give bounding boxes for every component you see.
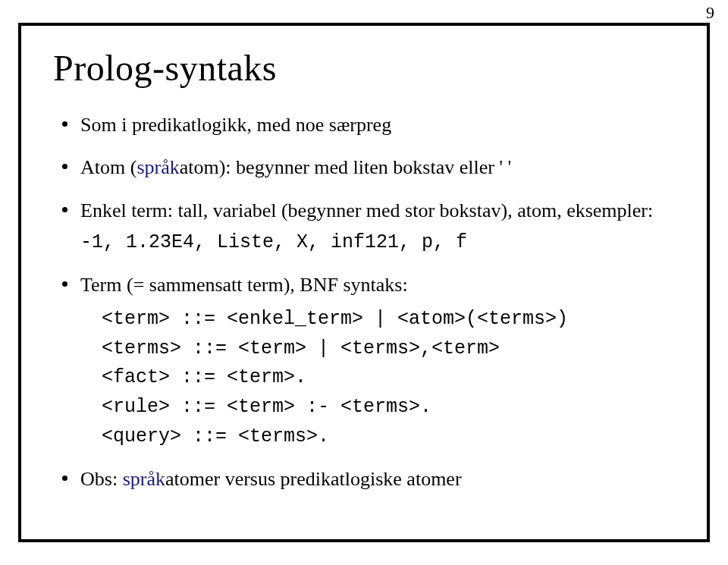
bnf-line: <query> ::= <terms>. xyxy=(102,422,675,452)
bullet-item: Som i predikatlogikk, med noe særpreg xyxy=(59,110,675,140)
slide-title: Prolog-syntaks xyxy=(53,47,675,89)
bnf-block: <term> ::= <enkel_term> | <atom>(<terms>… xyxy=(102,305,675,452)
bullet-item: Atom (språkatom): begynner med liten bok… xyxy=(59,152,675,183)
bullet-text: Som i predikatlogikk, med noe særpreg xyxy=(80,114,391,136)
accent-text: språk xyxy=(123,468,165,490)
accent-text: språk xyxy=(136,156,179,178)
bullet-item: Obs: språkatomer versus predikatlogiske … xyxy=(59,464,675,494)
bnf-line: <term> ::= <enkel_term> | <atom>(<terms>… xyxy=(102,305,675,334)
bullet-item: Term (= sammensatt term), BNF syntaks: <… xyxy=(59,270,675,452)
bullet-text: Term (= sammensatt term), BNF syntaks: xyxy=(80,274,408,296)
slide-frame: Prolog-syntaks Som i predikatlogikk, med… xyxy=(18,23,710,542)
bnf-line: <rule> ::= <term> :- <terms>. xyxy=(102,393,675,422)
bullet-item: Enkel term: tall, variabel (begynner med… xyxy=(59,196,675,258)
bnf-line: <terms> ::= <term> | <terms>,<term> xyxy=(102,334,675,364)
bullet-text: atomer versus predikatlogiske atomer xyxy=(165,468,462,490)
code-text: -1, 1.23E4, Liste, X, inf121, p, f xyxy=(80,231,467,253)
bullet-text: Obs: xyxy=(80,468,123,490)
slide-page: 9 Prolog-syntaks Som i predikatlogikk, m… xyxy=(0,0,728,565)
page-number: 9 xyxy=(706,3,714,23)
bullet-text: Enkel term: tall, variabel (begynner med… xyxy=(80,199,653,221)
bullet-text: atom): begynner med liten bokstav eller … xyxy=(180,156,512,178)
bnf-line: <fact> ::= <term>. xyxy=(102,363,675,393)
bullet-list: Som i predikatlogikk, med noe særpreg At… xyxy=(59,110,675,494)
bullet-text: Atom ( xyxy=(80,156,136,178)
